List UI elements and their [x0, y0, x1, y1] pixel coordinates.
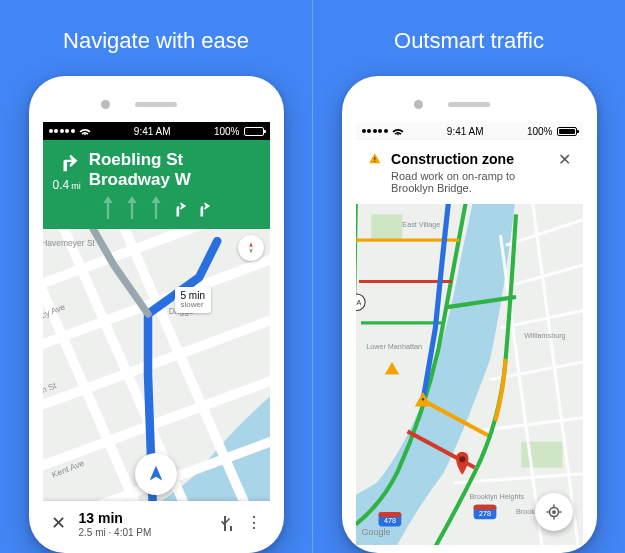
- close-trip-button[interactable]: ✕: [51, 512, 69, 534]
- svg-rect-12: [371, 214, 402, 240]
- battery-percent: 100%: [214, 126, 240, 137]
- street-label: Havemeyer St: [43, 238, 96, 248]
- svg-point-36: [421, 398, 423, 400]
- alert-close-button[interactable]: ✕: [558, 150, 571, 169]
- trip-arrive-time: 4:01 PM: [114, 527, 151, 538]
- turn-right-icon: [53, 148, 81, 176]
- status-time: 9:41 AM: [447, 126, 484, 137]
- lane-straight-icon: [101, 196, 115, 219]
- promo-panel-traffic: Outsmart traffic 9:41 AM 100%: [312, 0, 625, 553]
- lane-straight-icon: [125, 196, 139, 219]
- nav-street-2: Broadway W: [89, 170, 191, 190]
- phone-frame-right: 9:41 AM 100% Construction zone Road work…: [342, 76, 597, 553]
- nav-street-1: Roebling St: [89, 150, 191, 170]
- current-location-chevron[interactable]: [135, 453, 177, 495]
- alt-routes-icon[interactable]: [220, 515, 234, 531]
- svg-rect-10: [374, 161, 375, 162]
- phone-screen-left: 9:41 AM 100% 0.4mi: [43, 122, 270, 545]
- alert-title: Construction zone: [391, 151, 514, 167]
- battery-icon: [557, 127, 577, 136]
- route-shield-278: 278: [473, 505, 496, 519]
- battery-icon: [244, 127, 264, 136]
- compass-button[interactable]: [238, 235, 264, 261]
- wifi-icon: [392, 127, 404, 136]
- google-watermark: Google: [362, 527, 391, 537]
- trip-summary: 13 min 2.5 mi · 4:01 PM: [79, 509, 152, 538]
- map-view[interactable]: Havemeyer St Marcy Ave Driggs S 6th St K…: [43, 229, 270, 545]
- nav-streets: Roebling St Broadway W: [89, 150, 191, 189]
- overflow-menu-icon[interactable]: ⋮: [246, 519, 262, 527]
- lane-right-icon: [197, 196, 211, 219]
- phone-frame-left: 9:41 AM 100% 0.4mi: [29, 76, 284, 553]
- svg-text:478: 478: [383, 516, 395, 525]
- signal-dots-icon: [362, 129, 388, 133]
- svg-point-39: [552, 511, 554, 513]
- construction-icon: [368, 152, 382, 166]
- svg-text:278: 278: [478, 509, 490, 518]
- area-label: East Village: [402, 220, 440, 229]
- area-label: Williamsburg: [524, 331, 565, 340]
- signal-dots-icon: [49, 129, 75, 133]
- area-label: Brooklyn Heights: [469, 492, 524, 501]
- trip-eta: 13 min: [79, 510, 123, 526]
- route-shield-478: 478: [378, 512, 401, 526]
- alt-route-tooltip[interactable]: 5 min slower: [175, 287, 211, 313]
- traffic-alert-banner[interactable]: Construction zone Road work on on-ramp t…: [356, 140, 583, 204]
- area-label: Lower Manhattan: [366, 342, 422, 351]
- headline-left: Navigate with ease: [63, 28, 249, 54]
- tooltip-line2: slower: [181, 301, 205, 310]
- lane-right-icon: [173, 196, 187, 219]
- battery-percent: 100%: [527, 126, 553, 137]
- alert-detail: Road work on on-ramp to Brooklyn Bridge.: [391, 170, 547, 194]
- trip-distance: 2.5 mi: [79, 527, 106, 538]
- status-bar: 9:41 AM 100%: [356, 122, 583, 140]
- phone-screen-right: 9:41 AM 100% Construction zone Road work…: [356, 122, 583, 545]
- headline-right: Outsmart traffic: [394, 28, 544, 54]
- status-time: 9:41 AM: [134, 126, 171, 137]
- status-bar: 9:41 AM 100%: [43, 122, 270, 140]
- my-location-button[interactable]: [535, 493, 573, 531]
- wifi-icon: [79, 127, 91, 136]
- lane-guidance: [53, 192, 260, 225]
- map-view[interactable]: East Village Lower Manhattan Williamsbur…: [356, 204, 583, 545]
- promo-panel-navigate: Navigate with ease 9:41 AM 100%: [0, 0, 312, 553]
- nav-distance: 0.4mi: [53, 178, 81, 192]
- navigation-banner[interactable]: 0.4mi Roebling St Broadway W: [43, 140, 270, 229]
- trip-summary-bar[interactable]: ✕ 13 min 2.5 mi · 4:01 PM ⋮: [43, 501, 270, 545]
- lane-straight-icon: [149, 196, 163, 219]
- svg-text:9A: 9A: [356, 298, 361, 307]
- svg-point-37: [459, 456, 465, 462]
- svg-rect-9: [374, 157, 375, 160]
